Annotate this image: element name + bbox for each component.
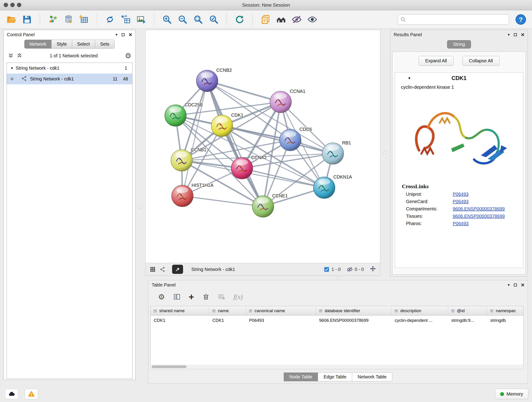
tab-string[interactable]: String xyxy=(447,40,471,49)
network-node-CDKN1A[interactable] xyxy=(313,177,335,198)
panel-float-icon[interactable] xyxy=(514,33,517,36)
tab-node-table[interactable]: Node Table xyxy=(284,372,318,381)
network-collection-row[interactable]: ▾ String Network - cdk1 1 xyxy=(7,63,132,74)
column-header-name[interactable]: name xyxy=(209,306,246,315)
network-node-CCNA1[interactable] xyxy=(270,91,291,113)
bottom-splitter-grip[interactable] xyxy=(336,277,339,280)
panel-menu-icon[interactable]: ▾ xyxy=(115,33,118,37)
tab-sets[interactable]: Sets xyxy=(95,40,114,49)
import-table-file-button[interactable] xyxy=(78,13,90,26)
birds-eye-view-icon[interactable] xyxy=(159,266,166,273)
warnings-button[interactable] xyxy=(25,389,38,399)
cloud-status-button[interactable] xyxy=(5,389,18,399)
crosslink-value[interactable]: P06493 xyxy=(453,221,469,226)
network-node-CDC25B[interactable] xyxy=(165,105,186,126)
toolbar-separator xyxy=(97,13,97,26)
hide-selected-button[interactable] xyxy=(291,13,303,26)
crosslink-value[interactable]: 9606.ENSP00000378699 xyxy=(453,206,505,211)
table-options-gear-icon[interactable]: ⚙ xyxy=(158,293,165,301)
help-icon: ? xyxy=(515,14,526,25)
zoom-window-button[interactable] xyxy=(17,3,21,7)
panel-float-icon[interactable] xyxy=(514,283,517,287)
crosslink-value[interactable]: P06493 xyxy=(453,199,469,204)
fit-content-crosshair-icon[interactable] xyxy=(370,266,376,273)
close-window-button[interactable] xyxy=(4,3,8,7)
column-header-database-identifier[interactable]: database identifier xyxy=(316,306,392,315)
gene-header[interactable]: ▾ CDK1 xyxy=(395,73,523,84)
right-splitter-grip[interactable] xyxy=(383,151,386,154)
panel-close-icon[interactable]: × xyxy=(521,282,525,288)
function-builder-icon[interactable]: f(x) xyxy=(234,293,243,301)
column-header-id[interactable]: @id xyxy=(448,306,487,315)
new-network-from-table-button[interactable] xyxy=(120,13,132,26)
network-canvas[interactable]: CCNB2CCNA1CDC25BCDK1CDC6RB1CCNB1CCNA2CDK… xyxy=(146,30,380,263)
delete-column-trash-icon[interactable] xyxy=(202,293,210,300)
minimize-window-button[interactable] xyxy=(10,3,15,7)
import-network-database-button[interactable] xyxy=(63,13,75,26)
collapse-all-button[interactable]: Collapse All xyxy=(462,56,500,66)
crosslink-value[interactable]: P06493 xyxy=(453,191,469,197)
tab-network-table[interactable]: Network Table xyxy=(352,372,392,381)
network-edge-CCNB2-CCNE1[interactable] xyxy=(207,81,263,206)
network-selection-row: 1 of 1 Network selected ⚙ xyxy=(4,52,135,59)
merge-networks-button[interactable] xyxy=(104,13,116,26)
memory-button[interactable]: Memory xyxy=(495,389,528,399)
column-header-canonical-name[interactable]: canonical name xyxy=(246,306,316,315)
save-session-button[interactable] xyxy=(21,13,33,26)
panel-menu-icon[interactable]: ▾ xyxy=(508,33,510,37)
tab-network[interactable]: Network xyxy=(24,40,51,49)
table-horizontal-scrollbar[interactable] xyxy=(150,365,524,369)
tab-edge-table[interactable]: Edge Table xyxy=(318,372,352,381)
create-column-icon[interactable]: + xyxy=(189,292,194,301)
show-columns-icon[interactable] xyxy=(173,293,181,300)
scrollbar-thumb[interactable] xyxy=(152,365,186,368)
panel-close-icon[interactable]: × xyxy=(129,32,132,38)
open-in-new-window-button[interactable] xyxy=(172,265,183,274)
panel-menu-icon[interactable]: ▾ xyxy=(508,283,510,287)
network-node-CDC6[interactable] xyxy=(279,129,301,151)
tab-style[interactable]: Style xyxy=(51,40,72,49)
column-header-shared-name[interactable]: shared name xyxy=(151,306,209,315)
network-edge-CCNB2-HIST1H1A[interactable] xyxy=(182,81,207,196)
copy-document-button[interactable] xyxy=(260,13,272,26)
panel-close-icon[interactable]: × xyxy=(521,32,525,38)
crosslink-value[interactable]: 9606.ENSP00000378699 xyxy=(453,214,505,219)
network-node-HIST1H1A[interactable] xyxy=(172,185,193,207)
first-neighbors-button[interactable] xyxy=(275,13,287,26)
show-all-button[interactable] xyxy=(306,13,318,26)
expand-all-button[interactable]: Expand All xyxy=(418,56,454,66)
gene-disclosure-icon[interactable]: ▾ xyxy=(408,76,410,81)
network-node-CCNB2[interactable] xyxy=(196,70,218,92)
network-node-RB1[interactable] xyxy=(322,143,344,164)
network-tree-item[interactable]: String Network - cdk1 11 48 xyxy=(7,74,132,84)
network-edge-CCNB2-CCNA1[interactable] xyxy=(207,81,281,102)
collapse-all-networks-icon[interactable] xyxy=(8,52,14,59)
network-options-gear-icon[interactable]: ⚙ xyxy=(125,52,131,59)
grid-view-icon[interactable] xyxy=(150,266,156,273)
search-box[interactable] xyxy=(398,14,509,25)
network-node-CCNB1[interactable] xyxy=(171,150,192,171)
network-node-CCNA2[interactable] xyxy=(231,157,253,179)
crosslink-label: GeneCard: xyxy=(406,199,453,204)
expand-all-networks-icon[interactable] xyxy=(17,52,22,59)
export-image-button[interactable] xyxy=(135,13,147,26)
panel-float-icon[interactable] xyxy=(122,33,125,36)
search-input[interactable] xyxy=(408,17,507,22)
table-row[interactable]: CDK1CDK1P064939606.ENSP00000378699cyclin… xyxy=(151,316,523,325)
network-edge-HIST1H1A-CCNE1[interactable] xyxy=(182,196,263,206)
zoom-fit-button[interactable] xyxy=(192,13,204,26)
column-header-namespac[interactable]: namespac xyxy=(487,306,524,315)
left-splitter-grip[interactable] xyxy=(139,206,142,209)
refresh-layout-button[interactable] xyxy=(234,13,246,26)
open-session-button[interactable] xyxy=(6,13,17,26)
network-node-CDK1[interactable] xyxy=(211,115,233,137)
network-node-CCNE1[interactable] xyxy=(252,196,274,217)
zoom-out-button[interactable] xyxy=(177,13,189,26)
collection-disclosure-icon[interactable]: ▾ xyxy=(11,66,13,70)
column-header-description[interactable]: description xyxy=(392,306,448,315)
zoom-selected-button[interactable] xyxy=(208,13,220,26)
import-network-file-button[interactable] xyxy=(47,13,59,26)
zoom-in-button[interactable] xyxy=(161,13,173,26)
help-button[interactable]: ? xyxy=(515,14,526,25)
tab-select[interactable]: Select xyxy=(72,40,95,49)
